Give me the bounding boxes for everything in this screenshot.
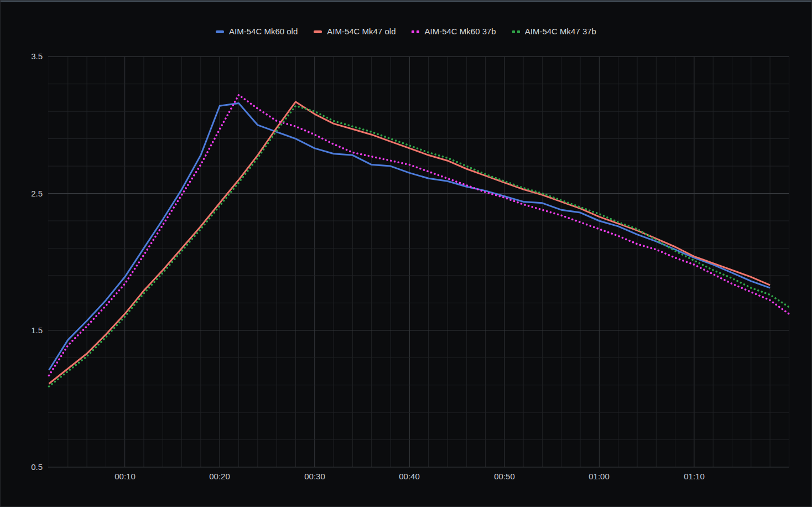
series-line-aim-54c-mk47-37b[interactable] (49, 106, 789, 386)
legend-label: AIM-54C Mk47 37b (525, 26, 596, 37)
x-tick-label: 00:50 (487, 472, 522, 482)
swatch-dot (417, 30, 419, 33)
series-solid-swatch-icon (314, 30, 322, 33)
swatch-dot (412, 30, 414, 33)
x-tick-label: 00:30 (297, 472, 332, 482)
x-tick-label: 01:10 (676, 472, 712, 482)
x-tick-label: 01:00 (581, 472, 617, 482)
legend-item-aim-54c-mk47-old[interactable]: AIM-54C Mk47 old (314, 26, 395, 37)
y-tick-label: 1.5 (20, 325, 43, 335)
swatch-dot (517, 30, 520, 33)
y-tick-label: 0.5 (20, 462, 43, 472)
swatch-dot (512, 30, 515, 33)
legend-label: AIM-54C Mk60 37b (424, 26, 496, 37)
legend: AIM-54C Mk60 oldAIM-54C Mk47 oldAIM-54C … (1, 26, 811, 37)
series-dotted-swatch-icon (512, 30, 520, 33)
x-tick-label: 00:20 (202, 472, 237, 482)
legend-item-aim-54c-mk47-37b[interactable]: AIM-54C Mk47 37b (512, 26, 596, 37)
legend-item-aim-54c-mk60-old[interactable]: AIM-54C Mk60 old (216, 26, 298, 37)
window-top-border (1, 1, 811, 2)
chart-canvas[interactable] (1, 1, 812, 507)
series-solid-swatch-icon (216, 30, 224, 33)
y-tick-label: 2.5 (20, 189, 43, 199)
x-tick-label: 00:40 (392, 472, 427, 482)
series-line-aim-54c-mk60-37b[interactable] (49, 95, 789, 376)
x-tick-label: 00:10 (107, 472, 143, 482)
legend-label: AIM-54C Mk47 old (327, 26, 395, 37)
legend-item-aim-54c-mk60-37b[interactable]: AIM-54C Mk60 37b (412, 26, 496, 37)
series-dotted-swatch-icon (412, 30, 419, 33)
legend-label: AIM-54C Mk60 old (229, 26, 298, 37)
y-tick-label: 3.5 (20, 51, 43, 61)
